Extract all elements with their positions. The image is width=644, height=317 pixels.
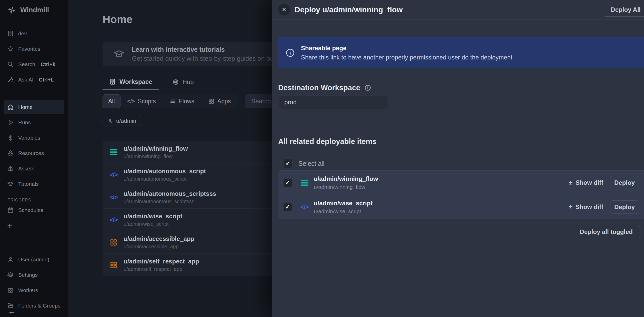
collapse-sidebar-button[interactable]: ← xyxy=(8,307,16,315)
item-checkbox[interactable]: ✓ xyxy=(283,178,292,187)
item-name: u/admin/wise_script xyxy=(124,213,182,220)
user-icon xyxy=(7,256,14,263)
select-all-checkbox[interactable]: ✓ xyxy=(283,159,293,168)
check-icon: ✓ xyxy=(285,204,290,210)
windmill-logo-icon xyxy=(7,5,16,15)
sidebar-item-search[interactable]: Search Ctrl+k xyxy=(0,57,68,72)
tab-workspace[interactable]: Workspace xyxy=(103,77,159,90)
banner-text: Share this link to have another properly… xyxy=(301,54,512,61)
sidebar-item-variables[interactable]: $ Variables xyxy=(0,130,68,146)
script-icon: </> xyxy=(108,216,119,223)
flow-icon xyxy=(299,180,310,186)
sidebar: Windmill dev Favorites Search Ctrl+k xyxy=(0,0,68,317)
building-icon xyxy=(109,78,116,85)
building-icon xyxy=(7,30,14,37)
item-checkbox[interactable]: ✓ xyxy=(283,203,292,211)
star-icon xyxy=(7,46,14,52)
deployable-section-header: All related deployable items xyxy=(278,137,644,146)
sidebar-item-user[interactable]: User (admin) xyxy=(0,252,68,267)
sidebar-item-workers[interactable]: Workers xyxy=(0,283,68,298)
plus-icon: + xyxy=(7,221,12,230)
item-name: u/admin/autonomous_script xyxy=(124,168,206,175)
graduation-cap-icon xyxy=(113,48,125,60)
arrow-left-icon: ← xyxy=(8,306,16,316)
filter-label: All xyxy=(108,98,115,105)
item-path: u/admin/winning_flow xyxy=(124,154,188,159)
sidebar-item-home[interactable]: Home xyxy=(4,100,64,114)
sidebar-item-label: Runs xyxy=(18,119,31,126)
kind-filter-group: All </> Scripts Flows Apps xyxy=(103,94,238,108)
filter-label: Scripts xyxy=(138,98,156,105)
sidebar-item-label: Favorites xyxy=(18,46,40,52)
filter-label: Flows xyxy=(179,98,194,105)
workers-icon xyxy=(7,287,14,294)
tab-hub[interactable]: Hub xyxy=(166,77,200,90)
item-name: u/admin/wise_script xyxy=(314,200,373,207)
search-icon xyxy=(7,61,14,68)
sidebar-item-tutorials[interactable]: Tutorials xyxy=(0,176,68,192)
sidebar-item-resources[interactable]: Resources xyxy=(0,146,68,161)
deploy-all-toggled-button[interactable]: Deploy all toggled xyxy=(572,226,640,238)
sidebar-item-workspace-dev[interactable]: dev xyxy=(0,26,68,41)
item-path: u/admin/self_respect_app xyxy=(124,266,199,272)
info-icon[interactable] xyxy=(364,84,371,91)
destination-section-header: Destination Workspace xyxy=(278,84,644,92)
deploy-item-button[interactable]: Deploy xyxy=(610,176,639,189)
deployable-item-row: ✓ u/admin/winning_flow u/admin/winning_f… xyxy=(278,171,644,195)
script-icon: </> xyxy=(108,171,119,178)
app-icon xyxy=(108,239,119,246)
owner-filter-label: u/admin xyxy=(116,118,136,124)
add-trigger-button[interactable]: + xyxy=(0,218,68,233)
show-diff-button[interactable]: ± Show diff xyxy=(569,203,603,211)
deployable-items-list: ✓ u/admin/winning_flow u/admin/winning_f… xyxy=(278,170,644,219)
boxes-icon xyxy=(7,150,14,157)
item-name: u/admin/self_respect_app xyxy=(124,258,199,265)
drawer-title: Deploy u/admin/winning_flow xyxy=(295,5,403,14)
plus-minus-icon: ± xyxy=(569,179,572,187)
sidebar-item-label: Ask AI xyxy=(18,77,34,83)
search-shortcut: Ctrl+k xyxy=(41,62,55,67)
drawer-header: ✕ Deploy u/admin/winning_flow Deploy All xyxy=(272,0,644,19)
sidebar-item-settings[interactable]: Settings xyxy=(0,267,68,283)
filter-scripts[interactable]: </> Scripts xyxy=(120,94,163,108)
workspace-logo[interactable]: Windmill xyxy=(0,0,68,20)
filter-flows[interactable]: Flows xyxy=(163,94,201,108)
sidebar-item-favorites[interactable]: Favorites xyxy=(0,41,68,57)
deploy-all-button[interactable]: Deploy All xyxy=(603,3,644,17)
sidebar-item-schedules[interactable]: Schedules xyxy=(0,202,68,218)
flow-icon xyxy=(108,149,119,155)
sidebar-item-label: Assets xyxy=(18,166,34,172)
sidebar-item-assets[interactable]: Assets xyxy=(0,161,68,176)
sidebar-item-label: Resources xyxy=(18,150,44,156)
filter-label: Apps xyxy=(217,98,231,105)
close-drawer-button[interactable]: ✕ xyxy=(278,4,290,16)
script-icon: </> xyxy=(108,194,119,201)
deployable-heading: All related deployable items xyxy=(278,137,377,146)
filter-all[interactable]: All xyxy=(103,94,120,108)
item-path: u/admin/wise_script xyxy=(314,208,373,214)
item-name: u/admin/winning_flow xyxy=(124,145,188,152)
code-icon: </> xyxy=(127,98,135,104)
filter-apps[interactable]: Apps xyxy=(201,94,238,108)
select-all-row[interactable]: ✓ Select all xyxy=(283,159,644,168)
item-name: u/admin/winning_flow xyxy=(314,175,378,182)
item-path: u/admin/accessible_app xyxy=(124,244,194,250)
flow-list-icon xyxy=(170,98,176,104)
destination-workspace-input[interactable] xyxy=(279,96,388,109)
magic-wand-icon xyxy=(7,76,14,83)
show-diff-button[interactable]: ± Show diff xyxy=(569,179,603,187)
deploy-item-button[interactable]: Deploy xyxy=(610,200,639,214)
select-all-label: Select all xyxy=(298,160,324,167)
close-icon: ✕ xyxy=(282,6,286,13)
owner-filter-chip[interactable]: u/admin xyxy=(103,116,141,126)
item-path: u/admin/wise_script xyxy=(124,221,182,227)
sidebar-item-ask-ai[interactable]: Ask AI Ctrl+L xyxy=(0,72,68,87)
item-name: u/admin/accessible_app xyxy=(124,235,194,242)
sidebar-item-runs[interactable]: Runs xyxy=(0,115,68,130)
sidebar-item-label: User (admin) xyxy=(18,257,49,263)
sidebar-item-label: Search xyxy=(18,61,35,67)
sidebar-top-nav: dev Favorites Search Ctrl+k Ask AI Ctrl+… xyxy=(0,26,68,87)
sidebar-item-label: Schedules xyxy=(18,207,43,213)
sidebar-item-label: dev xyxy=(18,30,27,37)
tab-label: Hub xyxy=(183,78,194,86)
